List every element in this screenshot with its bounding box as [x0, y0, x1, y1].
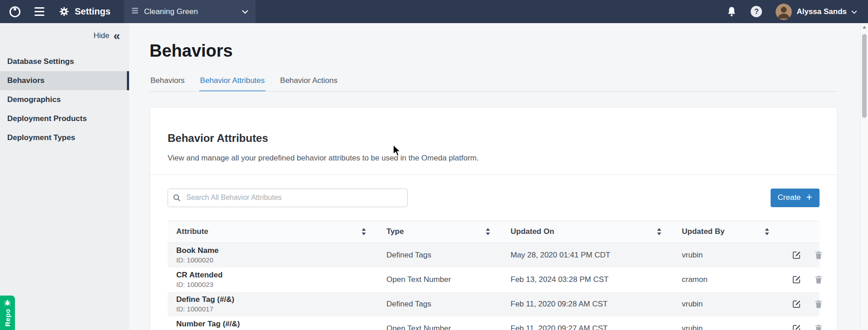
column-header-type[interactable]: Type — [378, 227, 502, 236]
updated-by-cell: vrubin — [673, 300, 781, 309]
app-window: Settings Cleaning Green — [0, 0, 868, 330]
updated-on-cell: Feb 13, 2024 03:28 PM CST — [502, 275, 673, 284]
user-menu[interactable]: Alyssa Sands — [776, 4, 857, 20]
tab-bar: Behaviors Behavior Attributes Behavior A… — [149, 73, 838, 92]
edit-icon — [792, 250, 801, 260]
sidebar-item-deployment-types[interactable]: Deployment Types — [0, 128, 129, 147]
sort-icon — [765, 228, 769, 235]
sidebar-item-deployment-products[interactable]: Deployment Products — [0, 109, 129, 128]
card-divider — [150, 175, 837, 175]
attributes-table: Attribute Type Updated On Updated By — [168, 221, 820, 330]
updated-by-cell: vrubin — [673, 251, 781, 260]
delete-button[interactable] — [814, 324, 823, 330]
delete-button[interactable] — [814, 275, 823, 284]
feedback-tab[interactable]: Repo — [0, 296, 15, 330]
edit-button[interactable] — [792, 275, 801, 284]
hide-label: Hide — [94, 31, 110, 40]
attribute-cell: Define Tag (#/&) ID: 1000017 — [168, 295, 378, 313]
sidebar-item-behaviors[interactable]: Behaviors — [0, 71, 129, 90]
scrollbar-up-arrow[interactable] — [861, 23, 868, 31]
sort-icon — [486, 228, 490, 235]
updated-by-cell: cramon — [673, 275, 781, 284]
type-cell: Open Text Number — [378, 275, 502, 284]
user-name: Alyssa Sands — [796, 7, 847, 16]
omeda-logo-icon — [8, 5, 22, 19]
attribute-cell: Number Tag (#/&) ID: 1000016 — [168, 320, 378, 330]
edit-icon — [792, 324, 801, 330]
feedback-tab-label: Repo — [4, 309, 11, 327]
settings-sidebar: Hide « Database Settings Behaviors Demog… — [0, 23, 129, 330]
sidebar-item-database-settings[interactable]: Database Settings — [0, 52, 129, 71]
delete-icon — [814, 275, 823, 284]
app-title: Settings — [75, 6, 111, 17]
type-cell: Open Text Number — [378, 324, 502, 330]
page-title: Behaviors — [149, 41, 838, 61]
scrollbar — [860, 23, 868, 330]
updated-on-cell: May 28, 2020 01:41 PM CDT — [502, 251, 673, 260]
double-chevron-left-icon: « — [114, 32, 120, 40]
plus-icon: + — [806, 192, 812, 203]
chevron-down-icon — [242, 8, 248, 16]
topbar: Settings Cleaning Green — [0, 0, 868, 23]
updated-by-cell: vrubin — [673, 324, 781, 330]
type-cell: Defined Tags — [378, 300, 502, 309]
notifications-button[interactable] — [726, 6, 737, 18]
column-header-attribute[interactable]: Attribute — [168, 227, 378, 236]
delete-icon — [814, 250, 823, 260]
column-header-updated-by[interactable]: Updated By — [673, 227, 781, 236]
help-button[interactable]: ? — [751, 6, 762, 17]
sidebar-nav: Database Settings Behaviors Demographics… — [0, 52, 129, 147]
updated-on-cell: Feb 11, 2020 09:27 AM CST — [502, 324, 673, 330]
table-row: Define Tag (#/&) ID: 1000017 Defined Tag… — [168, 292, 820, 316]
card-subtitle: View and manage all your predefined beha… — [168, 154, 820, 163]
delete-icon — [814, 324, 823, 330]
table-header-row: Attribute Type Updated On Updated By — [168, 221, 820, 243]
tab-behavior-actions[interactable]: Behavior Actions — [279, 73, 338, 91]
attribute-cell: CR Attended ID: 1000023 — [168, 271, 378, 288]
edit-button[interactable] — [792, 324, 801, 330]
behavior-attributes-card: Behavior Attributes View and manage all … — [149, 107, 838, 330]
bell-icon — [726, 6, 737, 18]
row-actions — [781, 299, 823, 309]
tab-behaviors[interactable]: Behaviors — [149, 73, 186, 91]
row-actions — [781, 250, 823, 260]
create-button-label: Create — [778, 193, 801, 202]
org-selector-label: Cleaning Green — [144, 7, 198, 16]
edit-button[interactable] — [792, 250, 801, 260]
sort-icon — [362, 228, 366, 235]
org-selector-dropdown[interactable]: Cleaning Green — [124, 0, 256, 23]
attribute-cell: Book Name ID: 1000020 — [168, 246, 378, 264]
delete-button[interactable] — [814, 299, 823, 309]
scrollbar-thumb[interactable] — [862, 34, 867, 118]
create-button[interactable]: Create + — [771, 189, 820, 207]
search-input[interactable] — [168, 189, 408, 207]
delete-button[interactable] — [814, 250, 823, 260]
hamburger-menu-icon[interactable] — [34, 7, 44, 16]
help-icon: ? — [751, 6, 762, 17]
topbar-right-group: ? Alyssa Sands — [726, 4, 868, 20]
sort-icon — [657, 228, 661, 235]
column-header-updated-on[interactable]: Updated On — [502, 227, 673, 236]
omeda-logo[interactable] — [8, 5, 22, 19]
stack-icon — [131, 7, 139, 16]
table-row: CR Attended ID: 1000023 Open Text Number… — [168, 267, 820, 292]
edit-icon — [792, 275, 801, 284]
table-row: Book Name ID: 1000020 Defined Tags May 2… — [168, 243, 820, 267]
bug-icon — [4, 299, 11, 306]
user-chevron-down-icon — [851, 8, 857, 16]
search-wrapper — [168, 189, 408, 207]
avatar — [776, 4, 792, 20]
sidebar-collapse-control[interactable]: Hide « — [0, 23, 129, 43]
table-toolbar: Create + — [168, 189, 820, 207]
row-actions — [781, 324, 823, 330]
type-cell: Defined Tags — [378, 251, 502, 260]
sidebar-item-demographics[interactable]: Demographics — [0, 90, 129, 109]
tab-behavior-attributes[interactable]: Behavior Attributes — [199, 73, 266, 91]
edit-icon — [792, 299, 801, 309]
edit-button[interactable] — [792, 299, 801, 309]
gear-icon — [59, 6, 69, 17]
main-content: Behaviors Behaviors Behavior Attributes … — [129, 23, 860, 330]
search-icon — [173, 194, 181, 202]
updated-on-cell: Feb 11, 2020 09:28 AM CST — [502, 300, 673, 309]
delete-icon — [814, 299, 823, 309]
